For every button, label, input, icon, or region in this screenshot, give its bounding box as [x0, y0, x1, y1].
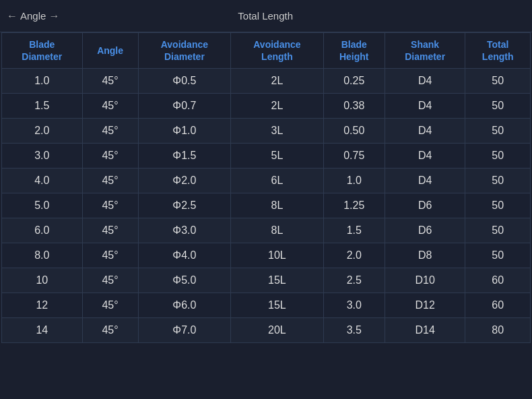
- cell-avoidance_diameter: Φ2.0: [138, 168, 231, 193]
- col-header-blade-height: BladeHeight: [323, 33, 385, 69]
- header-diagram: ← Angle → Total Length: [0, 0, 532, 32]
- cell-blade_height: 1.5: [323, 218, 385, 243]
- cell-shank_diameter: D10: [385, 268, 465, 293]
- cell-avoidance_diameter: Φ0.7: [138, 94, 231, 119]
- cell-total_length: 60: [465, 293, 531, 318]
- header-row: BladeDiameter Angle AvoidanceDiameter Av…: [2, 33, 531, 69]
- cell-avoidance_diameter: Φ1.5: [138, 144, 231, 168]
- cell-total_length: 60: [465, 268, 531, 293]
- cell-total_length: 50: [465, 193, 531, 218]
- cell-blade_diameter: 12: [2, 293, 83, 318]
- cell-total_length: 50: [465, 94, 531, 119]
- cell-shank_diameter: D4: [385, 94, 465, 119]
- cell-blade_height: 2.0: [323, 243, 385, 268]
- cell-total_length: 50: [465, 243, 531, 268]
- cell-angle: 45°: [82, 168, 138, 193]
- cell-blade_height: 3.5: [323, 318, 385, 343]
- cell-blade_diameter: 14: [2, 318, 83, 343]
- cell-shank_diameter: D4: [385, 119, 465, 144]
- cell-blade_height: 0.50: [323, 119, 385, 144]
- cell-total_length: 50: [465, 119, 531, 144]
- cell-total_length: 50: [465, 218, 531, 243]
- table-body: 1.045°Φ0.52L0.25D4501.545°Φ0.72L0.38D450…: [2, 69, 531, 343]
- cell-blade_diameter: 4.0: [2, 168, 83, 193]
- table-row: 8.045°Φ4.010L2.0D850: [2, 243, 531, 268]
- angle-label: ← Angle →: [7, 10, 59, 22]
- cell-angle: 45°: [82, 268, 138, 293]
- cell-angle: 45°: [82, 94, 138, 119]
- table-row: 5.045°Φ2.58L1.25D650: [2, 193, 531, 218]
- col-header-avoidance-diameter: AvoidanceDiameter: [138, 33, 231, 69]
- cell-avoidance_diameter: Φ3.0: [138, 218, 231, 243]
- table-row: 2.045°Φ1.03L0.50D450: [2, 119, 531, 144]
- cell-blade_height: 1.0: [323, 168, 385, 193]
- table-header: BladeDiameter Angle AvoidanceDiameter Av…: [2, 33, 531, 69]
- cell-blade_diameter: 1.5: [2, 94, 83, 119]
- table-row: 1245°Φ6.015L3.0D1260: [2, 293, 531, 318]
- cell-avoidance_length: 8L: [231, 193, 324, 218]
- table-row: 1.045°Φ0.52L0.25D450: [2, 69, 531, 94]
- col-header-shank-diameter: ShankDiameter: [385, 33, 465, 69]
- cell-blade_diameter: 2.0: [2, 119, 83, 144]
- cell-total_length: 80: [465, 318, 531, 343]
- cell-avoidance_diameter: Φ6.0: [138, 293, 231, 318]
- total-length-label: Total Length: [238, 10, 293, 22]
- cell-total_length: 50: [465, 69, 531, 94]
- col-header-angle: Angle: [82, 33, 138, 69]
- cell-blade_diameter: 1.0: [2, 69, 83, 94]
- cell-avoidance_diameter: Φ4.0: [138, 243, 231, 268]
- cell-angle: 45°: [82, 193, 138, 218]
- cell-avoidance_length: 20L: [231, 318, 324, 343]
- cell-avoidance_diameter: Φ7.0: [138, 318, 231, 343]
- angle-text: Angle: [20, 10, 46, 22]
- cell-shank_diameter: D6: [385, 218, 465, 243]
- table-row: 3.045°Φ1.55L0.75D450: [2, 144, 531, 168]
- cell-blade_height: 2.5: [323, 268, 385, 293]
- cell-blade_diameter: 6.0: [2, 218, 83, 243]
- cell-total_length: 50: [465, 144, 531, 168]
- cell-avoidance_diameter: Φ0.5: [138, 69, 231, 94]
- cell-shank_diameter: D4: [385, 168, 465, 193]
- col-header-blade-diameter: BladeDiameter: [2, 33, 83, 69]
- cell-avoidance_length: 8L: [231, 218, 324, 243]
- cell-avoidance_diameter: Φ2.5: [138, 193, 231, 218]
- cell-avoidance_length: 6L: [231, 168, 324, 193]
- cell-avoidance_diameter: Φ1.0: [138, 119, 231, 144]
- cell-avoidance_length: 3L: [231, 119, 324, 144]
- cell-shank_diameter: D6: [385, 193, 465, 218]
- col-header-avoidance-length: AvoidanceLength: [231, 33, 324, 69]
- cell-blade_height: 0.38: [323, 94, 385, 119]
- cell-blade_height: 0.25: [323, 69, 385, 94]
- table-row: 1045°Φ5.015L2.5D1060: [2, 268, 531, 293]
- cell-avoidance_length: 15L: [231, 268, 324, 293]
- cell-shank_diameter: D8: [385, 243, 465, 268]
- cell-angle: 45°: [82, 144, 138, 168]
- cell-blade_height: 1.25: [323, 193, 385, 218]
- cell-blade_diameter: 10: [2, 268, 83, 293]
- cell-angle: 45°: [82, 69, 138, 94]
- cell-shank_diameter: D12: [385, 293, 465, 318]
- cell-angle: 45°: [82, 119, 138, 144]
- arrow-right-icon: →: [48, 10, 59, 22]
- cell-shank_diameter: D4: [385, 69, 465, 94]
- table-row: 6.045°Φ3.08L1.5D650: [2, 218, 531, 243]
- cell-angle: 45°: [82, 218, 138, 243]
- table-row: 4.045°Φ2.06L1.0D450: [2, 168, 531, 193]
- cell-angle: 45°: [82, 243, 138, 268]
- data-table: BladeDiameter Angle AvoidanceDiameter Av…: [1, 32, 531, 343]
- cell-avoidance_length: 10L: [231, 243, 324, 268]
- cell-shank_diameter: D4: [385, 144, 465, 168]
- cell-shank_diameter: D14: [385, 318, 465, 343]
- cell-avoidance_length: 5L: [231, 144, 324, 168]
- col-header-total-length: TotalLength: [465, 33, 531, 69]
- cell-angle: 45°: [82, 293, 138, 318]
- total-length-text: Total Length: [238, 10, 293, 22]
- cell-total_length: 50: [465, 168, 531, 193]
- data-table-container: BladeDiameter Angle AvoidanceDiameter Av…: [0, 32, 532, 343]
- cell-blade_height: 0.75: [323, 144, 385, 168]
- cell-avoidance_diameter: Φ5.0: [138, 268, 231, 293]
- cell-blade_height: 3.0: [323, 293, 385, 318]
- cell-blade_diameter: 8.0: [2, 243, 83, 268]
- cell-avoidance_length: 2L: [231, 94, 324, 119]
- cell-avoidance_length: 15L: [231, 293, 324, 318]
